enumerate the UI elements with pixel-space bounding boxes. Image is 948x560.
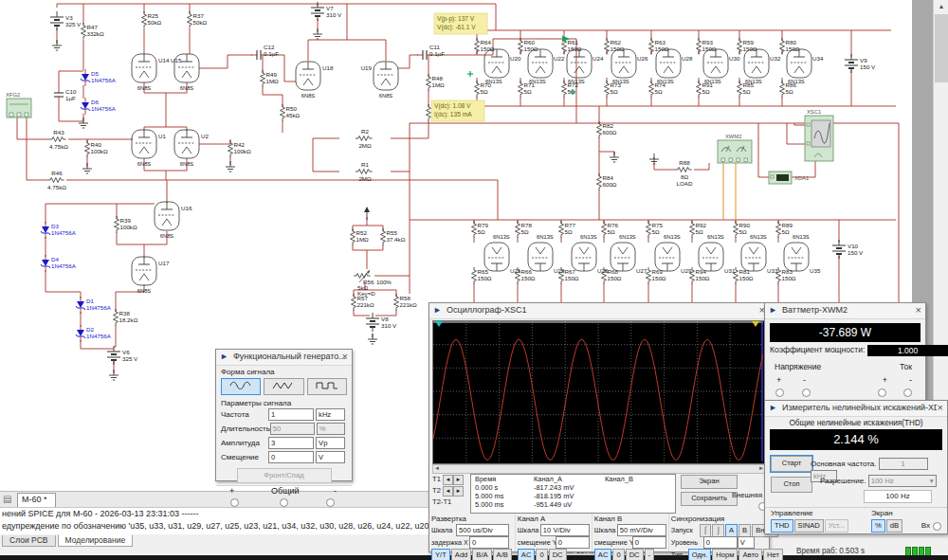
wire[interactable] [353, 244, 383, 250]
resistor-R77[interactable] [559, 221, 564, 238]
resistor-R62[interactable] [605, 38, 610, 55]
fgen-param-value[interactable]: 3 [268, 437, 314, 449]
resistor-R46[interactable] [47, 178, 64, 183]
resistor-R40[interactable] [85, 140, 90, 157]
t1-left-button[interactable]: ◄ [443, 475, 453, 485]
input-terminal[interactable] [933, 522, 941, 531]
trigger-type-Одн.[interactable]: Одн. [688, 549, 711, 560]
minus-terminal[interactable] [326, 498, 335, 507]
t2-left-button[interactable]: ◄ [443, 486, 453, 497]
timebase-mode-A/B[interactable]: A/B [493, 549, 512, 560]
thd-screen-dB[interactable]: dB [886, 519, 902, 533]
resistor-R84[interactable] [597, 173, 602, 190]
wire[interactable] [694, 163, 709, 170]
resistor-R92[interactable] [690, 221, 695, 238]
cha-mode-0[interactable]: 0 [536, 549, 547, 560]
potentiometer-R56[interactable] [354, 274, 371, 279]
scroll-thumb[interactable] [935, 14, 948, 82]
zener-diode-D4[interactable] [42, 260, 49, 266]
resistor-R48[interactable] [427, 74, 431, 91]
current-plus-terminal[interactable] [878, 388, 886, 397]
wire[interactable] [599, 137, 614, 155]
fgen-param-value[interactable]: 50 [270, 423, 315, 435]
zener-diode-D2[interactable] [77, 330, 84, 336]
scroll-up-icon[interactable]: ▲ [934, 0, 948, 13]
trigger-edge-B[interactable]: B [738, 524, 751, 537]
fgen-param-unit[interactable]: kHz [316, 408, 345, 421]
tab-pcb-layers[interactable]: Слои PCB [2, 535, 56, 547]
wire[interactable] [398, 55, 418, 68]
tab-simulation[interactable]: Моделирование [58, 534, 134, 547]
trigger-edge-⌡[interactable]: ⌡ [712, 524, 724, 537]
close-icon[interactable]: × [342, 351, 348, 362]
distortion-analyzer-window[interactable]: ► Измеритель нелинейных искажений-XDA1 ×… [764, 400, 948, 534]
wattmeter-titlebar[interactable]: ► Ваттметр-XWM2 × [765, 303, 925, 319]
fundamental-freq-field[interactable]: 1 [879, 458, 928, 470]
resistor-R43[interactable] [49, 137, 66, 142]
resistor-R55[interactable] [381, 228, 386, 245]
resistor-R63[interactable] [649, 38, 654, 55]
wire[interactable] [313, 138, 339, 172]
chb-mode--[interactable]: - [645, 549, 655, 560]
sine-wave-button[interactable] [221, 378, 261, 395]
trigger-edge-A[interactable]: A [725, 524, 738, 537]
common-terminal[interactable] [280, 498, 288, 507]
close-icon[interactable]: × [938, 402, 943, 413]
resistor-R65[interactable] [472, 267, 477, 284]
oscilloscope-window[interactable]: ► Осциллограф-XSC1 × ◄► T1 ◄► T2 ◄► T2-T… [428, 302, 770, 552]
scroll-left-icon[interactable]: ◄ [434, 465, 440, 472]
resistor-R71[interactable] [519, 81, 523, 98]
voltage-minus-terminal[interactable] [802, 388, 811, 397]
resistor-R1[interactable] [356, 170, 373, 174]
fgen-titlebar[interactable]: ► Функциональный генерато... × [216, 350, 352, 366]
resistor-R78[interactable] [516, 221, 520, 238]
resistor-R82[interactable] [597, 121, 602, 138]
resistor-R72[interactable] [562, 81, 567, 98]
resistor-R38[interactable] [114, 309, 118, 326]
resistor-R49[interactable] [261, 70, 265, 87]
wire[interactable] [27, 117, 47, 180]
resistor-R50[interactable] [281, 104, 285, 121]
cha-y-field[interactable]: 0 [556, 536, 590, 549]
resistor-R60[interactable] [519, 38, 523, 55]
fgen-param-unit[interactable]: V [316, 451, 345, 463]
fgen-param-unit[interactable]: Vp [316, 437, 345, 449]
current-minus-terminal[interactable] [903, 388, 912, 397]
timebase-mode-Add[interactable]: Add [451, 549, 472, 560]
resistor-R52[interactable] [351, 228, 356, 245]
fgen-param-unit[interactable]: % [317, 423, 345, 435]
wire[interactable] [46, 270, 81, 298]
chb-mode-AC[interactable]: AC [594, 549, 612, 560]
save-button[interactable]: Сохранить [681, 492, 738, 506]
trigger-level-unit[interactable]: V [738, 536, 755, 549]
resistor-R86[interactable] [780, 81, 785, 98]
trigger-type-Норм[interactable]: Норм [712, 549, 738, 560]
wire[interactable] [59, 102, 83, 121]
wire[interactable] [758, 123, 769, 177]
cha-scale-field[interactable]: 10 V/Div [540, 524, 590, 536]
square-wave-button[interactable] [307, 378, 347, 395]
t1-right-button[interactable]: ► [453, 475, 464, 485]
wire[interactable] [431, 39, 576, 55]
resistor-R75[interactable] [647, 221, 651, 238]
thd-screen-%[interactable]: % [871, 519, 885, 533]
zener-diode-D1[interactable] [77, 301, 84, 308]
sheet-tab-m60[interactable]: М-60 * [17, 493, 56, 508]
timebase-mode-B/A[interactable]: B/A [472, 549, 491, 560]
rise-fall-button[interactable]: Фронт/Спад [237, 468, 332, 483]
zener-diode-D3[interactable] [42, 226, 49, 233]
wire[interactable] [354, 310, 370, 316]
resistor-R37[interactable] [188, 11, 192, 28]
resistor-R70[interactable] [475, 81, 480, 98]
resistor-R93[interactable] [697, 38, 702, 55]
start-button[interactable]: Старт [771, 456, 812, 472]
wire[interactable] [59, 71, 83, 87]
chb-y-field[interactable]: 0 [632, 536, 666, 549]
resistor-R42[interactable] [228, 140, 233, 157]
resistor-R80[interactable] [780, 38, 785, 55]
resistor-R51[interactable] [427, 104, 431, 121]
fgen-param-value[interactable]: 0 [268, 451, 314, 463]
wire[interactable] [787, 123, 805, 144]
resistor-R73[interactable] [605, 81, 610, 98]
trigger-type-Нет[interactable]: Нет [763, 549, 783, 560]
